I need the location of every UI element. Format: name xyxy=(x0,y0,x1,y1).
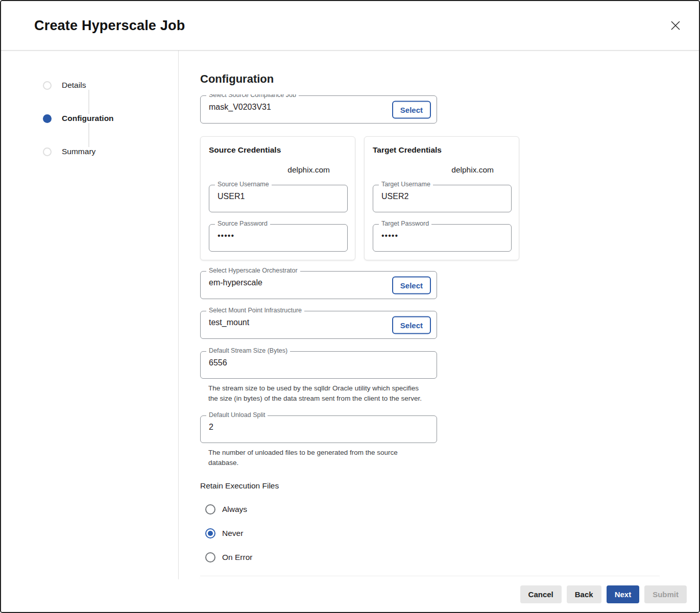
unload-split-helper-text: The number of unloaded files to be gener… xyxy=(208,448,427,468)
source-password-label: Source Password xyxy=(215,220,270,227)
dialog-header: Create Hyperscale Job xyxy=(1,1,699,51)
step-configuration[interactable]: Configuration xyxy=(43,114,178,123)
orchestrator-label: Select Hyperscale Orchestrator xyxy=(206,267,300,274)
unload-split-label: Default Unload Split xyxy=(206,411,268,419)
step-summary[interactable]: Summary xyxy=(43,147,178,156)
compliance-job-label: Select Source Compliance Job xyxy=(206,91,299,99)
advanced-configuration-accordion[interactable]: Advanced Configuration xyxy=(200,576,660,579)
radio-label: On Error xyxy=(222,553,252,562)
radio-selected-icon xyxy=(205,528,215,538)
step-label: Summary xyxy=(62,147,95,156)
stream-size-helper-text: The stream size to be used by the sqlldr… xyxy=(208,383,427,404)
orchestrator-field[interactable]: Select Hyperscale Orchestrator em-hypers… xyxy=(200,271,437,299)
target-domain: delphix.com xyxy=(373,165,511,175)
stream-size-label: Default Stream Size (Bytes) xyxy=(206,347,290,354)
target-password-field[interactable]: Target Password ••••• xyxy=(373,224,512,252)
step-details[interactable]: Details xyxy=(43,81,178,90)
target-credentials-card: Target Credentials delphix.com Target Us… xyxy=(364,136,519,260)
radio-never[interactable]: Never xyxy=(205,528,699,538)
wizard-stepper: Details Configuration Summary xyxy=(1,51,179,579)
submit-button[interactable]: Submit xyxy=(644,585,687,603)
radio-always[interactable]: Always xyxy=(205,504,699,514)
source-credentials-title: Source Credentials xyxy=(209,145,347,155)
stepper-connector xyxy=(88,90,89,114)
source-username-field[interactable]: Source Username USER1 xyxy=(209,185,348,212)
configuration-form: Configuration Select Source Compliance J… xyxy=(179,51,699,579)
dialog-title: Create Hyperscale Job xyxy=(34,18,185,34)
target-username-field[interactable]: Target Username USER2 xyxy=(373,185,512,212)
close-button[interactable] xyxy=(666,16,685,35)
compliance-job-field[interactable]: Select Source Compliance Job mask_V0203V… xyxy=(200,95,437,124)
credentials-section: Source Credentials delphix.com Source Us… xyxy=(200,136,699,260)
source-username-label: Source Username xyxy=(215,181,272,188)
radio-label: Never xyxy=(222,529,243,538)
page-title: Configuration xyxy=(200,72,699,86)
cancel-button[interactable]: Cancel xyxy=(520,585,562,603)
step-label: Details xyxy=(62,81,86,90)
mount-point-select-button[interactable]: Select xyxy=(392,316,431,334)
stream-size-field[interactable]: Default Stream Size (Bytes) 6556 xyxy=(200,351,437,379)
unload-split-field[interactable]: Default Unload Split 2 xyxy=(200,415,437,443)
source-domain: delphix.com xyxy=(209,165,347,175)
radio-label: Always xyxy=(222,505,247,514)
mount-point-label: Select Mount Point Infrastructure xyxy=(206,307,304,314)
target-username-label: Target Username xyxy=(379,181,433,188)
orchestrator-select-button[interactable]: Select xyxy=(392,276,431,294)
stepper-connector xyxy=(88,123,89,147)
target-password-label: Target Password xyxy=(379,220,431,227)
next-button[interactable]: Next xyxy=(607,585,640,603)
source-credentials-card: Source Credentials delphix.com Source Us… xyxy=(200,136,355,260)
step-circle-active-icon xyxy=(43,114,52,123)
dialog-body: Details Configuration Summary Configurat… xyxy=(1,51,699,579)
radio-on-error[interactable]: On Error xyxy=(205,552,699,562)
target-credentials-title: Target Credentials xyxy=(373,145,511,155)
radio-icon xyxy=(205,504,215,514)
step-circle-icon xyxy=(43,148,52,156)
step-label: Configuration xyxy=(62,114,114,123)
close-icon xyxy=(669,19,682,32)
step-circle-icon xyxy=(43,81,52,90)
mount-point-field[interactable]: Select Mount Point Infrastructure test_m… xyxy=(200,311,437,339)
retain-execution-files-label: Retain Execution Files xyxy=(200,481,699,491)
radio-icon xyxy=(205,552,215,562)
compliance-job-select-button[interactable]: Select xyxy=(392,101,431,118)
dialog-footer: Cancel Back Next Submit xyxy=(1,579,699,612)
create-hyperscale-job-dialog: Create Hyperscale Job Details Configurat… xyxy=(0,0,700,613)
back-button[interactable]: Back xyxy=(567,585,601,603)
source-password-field[interactable]: Source Password ••••• xyxy=(209,224,348,252)
